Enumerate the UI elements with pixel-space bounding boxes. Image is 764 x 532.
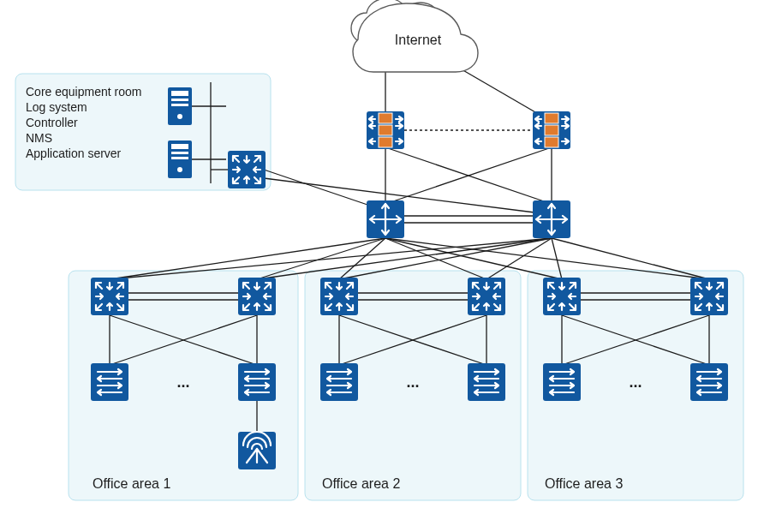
office1-label: Office area 1 — [93, 476, 170, 491]
svg-line-22 — [264, 170, 370, 206]
mgmt-agg-switch-icon — [228, 151, 266, 188]
svg-line-18 — [385, 147, 546, 202]
office1-access-right-icon — [238, 363, 276, 401]
firewall-right — [533, 111, 570, 149]
server-top-icon — [168, 87, 192, 125]
internet-cloud: Internet — [351, 0, 478, 72]
svg-line-19 — [391, 147, 552, 202]
office1-agg-right-icon — [238, 278, 276, 315]
office2-agg-left-icon — [320, 278, 358, 315]
office3-agg-right-icon — [690, 278, 728, 315]
office3-label: Office area 3 — [545, 476, 623, 491]
core-router-left-icon — [367, 200, 404, 238]
server-bottom-icon — [168, 140, 192, 178]
office3-agg-left-icon — [543, 278, 581, 315]
mgmt-line-3: NMS — [26, 131, 52, 145]
office1-agg-left-icon — [91, 278, 128, 315]
office2-label: Office area 2 — [322, 476, 400, 491]
mgmt-line-1: Log system — [26, 100, 87, 114]
network-topology-diagram: Internet Core equipment room Log system … — [0, 0, 764, 532]
mgmt-line-0: Core equipment room — [26, 85, 141, 99]
firewall-left — [367, 111, 404, 149]
office1-ellipsis: ... — [176, 374, 189, 391]
office3-access-right-icon — [690, 363, 728, 401]
mgmt-line-4: Application server — [26, 146, 122, 160]
internet-label: Internet — [395, 33, 442, 47]
office1-access-left-icon — [91, 363, 128, 401]
office3-ellipsis: ... — [629, 374, 642, 391]
office1-ap-icon — [238, 432, 276, 469]
core-router-right-icon — [533, 200, 570, 238]
mgmt-line-2: Controller — [26, 116, 78, 129]
office2-access-left-icon — [320, 363, 358, 401]
office3-access-left-icon — [543, 363, 581, 401]
office2-access-right-icon — [468, 363, 505, 401]
office2-agg-right-icon — [468, 278, 505, 315]
office2-ellipsis: ... — [406, 374, 419, 391]
